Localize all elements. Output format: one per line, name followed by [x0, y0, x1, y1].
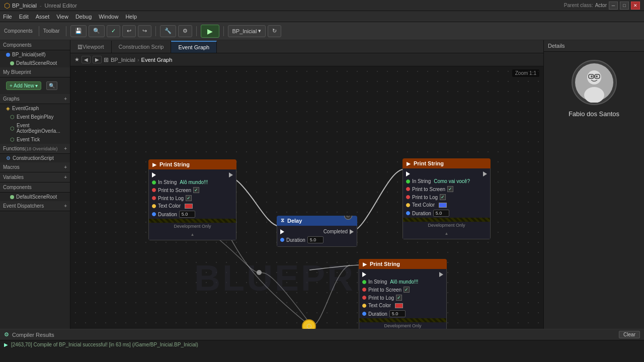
print-2-duration-pin[interactable] — [406, 211, 410, 215]
print-2-color-swatch[interactable] — [439, 203, 447, 208]
parent-class-value: Actor — [595, 3, 607, 8]
menu-help[interactable]: Help — [125, 14, 137, 20]
toolbar-separator — [39, 26, 39, 36]
print-2-exec-in[interactable] — [406, 171, 410, 176]
print-1-log-pin[interactable] — [152, 196, 156, 200]
print-string-node-2[interactable]: ▶ Print String In String Como vai você? — [403, 158, 491, 239]
bp-dropdown-button[interactable]: BP_Inicial ▾ — [228, 25, 266, 37]
tab-event-graph[interactable]: Event Graph — [171, 41, 217, 53]
print-3-screen-label: Print to Screen — [368, 287, 401, 293]
print-1-duration-input[interactable] — [179, 211, 195, 218]
tab-viewport[interactable]: 🖼 Viewport — [70, 41, 112, 53]
menu-file[interactable]: File — [3, 14, 12, 20]
print-3-duration-input[interactable] — [389, 310, 406, 317]
tab-construction[interactable]: Construction Scrip — [112, 41, 172, 53]
print-1-duration-pin[interactable] — [152, 212, 156, 216]
print-2-exec-out[interactable] — [483, 171, 487, 176]
undo-button[interactable]: ↩ — [122, 25, 136, 37]
event-begin-play-item[interactable]: ⬡ Event BeginPlay — [0, 113, 70, 121]
nav-forward-button[interactable]: ▶ — [93, 56, 102, 63]
print-1-screen-pin[interactable] — [152, 188, 156, 192]
delay-exec-in[interactable] — [280, 229, 284, 234]
print-2-color-pin[interactable] — [406, 203, 410, 207]
event-graph-item[interactable]: ◈ EventGraph — [0, 104, 70, 113]
redo-button[interactable]: ↪ — [138, 25, 151, 37]
print-string-1-header: ▶ Print String — [148, 159, 236, 169]
debug-button[interactable]: 🔧 — [160, 25, 176, 37]
menu-edit[interactable]: Edit — [19, 14, 29, 20]
print-string-node-1[interactable]: ▶ Print String In String Alô mundo!!! — [148, 159, 236, 240]
print-3-screen-row: Print to Screen ✓ — [359, 286, 446, 294]
print-1-color-swatch[interactable] — [185, 204, 193, 209]
delay-node[interactable]: ⏱ ⧖ Delay Completed — [277, 216, 357, 247]
title-separator: - — [40, 3, 42, 9]
print-3-exec-out[interactable] — [439, 272, 443, 277]
dispatchers-add-icon[interactable]: + — [64, 203, 67, 209]
save-button[interactable]: 💾 — [70, 25, 87, 37]
print-3-screen-pin[interactable] — [362, 288, 366, 292]
menu-window[interactable]: Window — [99, 14, 118, 20]
settings-button[interactable]: ⚙ — [178, 25, 192, 37]
add-new-button[interactable]: + Add New▾ — [6, 81, 41, 90]
print-2-screen-check[interactable]: ✓ — [447, 186, 453, 192]
event-node[interactable]: ⬡ — [302, 319, 316, 329]
default-scene-root-item[interactable]: DefaultSceneRoot — [0, 193, 70, 201]
close-button[interactable]: ✕ — [631, 2, 640, 10]
search-button[interactable]: 🔍 — [46, 81, 57, 90]
refresh-button[interactable]: ↻ — [268, 25, 281, 37]
print-1-screen-check[interactable]: ✓ — [193, 187, 199, 193]
print-1-string-pin[interactable] — [152, 180, 156, 185]
print-3-log-pin[interactable] — [362, 296, 366, 300]
menu-debug[interactable]: Debug — [75, 14, 92, 20]
minimize-button[interactable]: ─ — [609, 2, 618, 10]
grid-view-icon[interactable]: ⊞ — [104, 56, 109, 63]
scene-root-item[interactable]: DefaultSceneRoot — [0, 59, 70, 67]
tick-icon: ⬡ — [10, 137, 15, 142]
print-2-duration-input[interactable] — [433, 210, 449, 217]
menu-view[interactable]: View — [56, 14, 68, 20]
print-1-color-pin[interactable] — [152, 204, 156, 208]
self-item[interactable]: BP_Inicial(self) — [0, 50, 70, 59]
event-tick-item[interactable]: ⬡ Event Tick — [0, 135, 70, 144]
actor-icon: ⬡ — [10, 126, 15, 131]
print-1-log-label: Print to Log — [158, 196, 184, 201]
macros-add-icon[interactable]: + — [64, 164, 67, 170]
print-3-exec-in[interactable] — [362, 272, 366, 277]
print-3-duration-pin[interactable] — [362, 312, 366, 316]
print-3-color-swatch[interactable] — [395, 303, 403, 308]
print-1-log-check[interactable]: ✓ — [186, 195, 192, 201]
maximize-button[interactable]: □ — [620, 2, 629, 10]
print-2-log-pin[interactable] — [406, 195, 410, 199]
print-2-collapse-btn[interactable]: ▲ — [403, 229, 490, 237]
print-2-string-pin[interactable] — [406, 179, 410, 184]
print-3-color-pin[interactable] — [362, 304, 366, 308]
delay-completed-pin[interactable] — [350, 229, 354, 234]
compiler-title: Compiler Results — [12, 332, 54, 338]
graphs-add-icon[interactable]: + — [64, 96, 67, 102]
breadcrumb-current: Event Graph — [141, 57, 173, 63]
nav-back-button[interactable]: ◀ — [82, 56, 91, 63]
clear-button[interactable]: Clear — [619, 331, 640, 338]
compile-button[interactable]: ✓ — [107, 25, 120, 37]
breadcrumb-project: BP_Inicial — [111, 57, 135, 63]
browse-button[interactable]: 🔍 — [89, 25, 105, 37]
delay-duration-input[interactable] — [307, 236, 324, 243]
construction-script-item[interactable]: ⚙ ConstructionScript — [0, 154, 70, 162]
functions-add-icon[interactable]: + — [64, 146, 67, 151]
menu-asset[interactable]: Asset — [36, 14, 50, 20]
print-string-node-3[interactable]: ▶ Print String In String Alô mundo!!! — [359, 259, 447, 329]
print-2-log-check[interactable]: ✓ — [440, 194, 446, 200]
print-3-log-check[interactable]: ✓ — [396, 295, 402, 301]
play-button[interactable]: ▶ — [201, 25, 219, 38]
blueprint-canvas[interactable]: BLUEPRINT Zoom 1:1 ▶ — [70, 66, 543, 329]
variables-add-icon[interactable]: + — [64, 174, 67, 180]
bookmark-icon[interactable]: ★ — [74, 56, 79, 63]
print-3-string-pin[interactable] — [362, 280, 366, 284]
print-1-collapse-btn[interactable]: ▲ — [149, 230, 236, 238]
print-1-exec-out[interactable] — [229, 172, 233, 177]
print-2-screen-pin[interactable] — [406, 187, 410, 191]
event-actor-item[interactable]: ⬡ Event ActorBeginOverla... — [0, 121, 70, 135]
print-1-exec-in[interactable] — [152, 172, 156, 177]
delay-duration-pin[interactable] — [280, 238, 284, 242]
print-3-screen-check[interactable]: ✓ — [404, 287, 410, 293]
